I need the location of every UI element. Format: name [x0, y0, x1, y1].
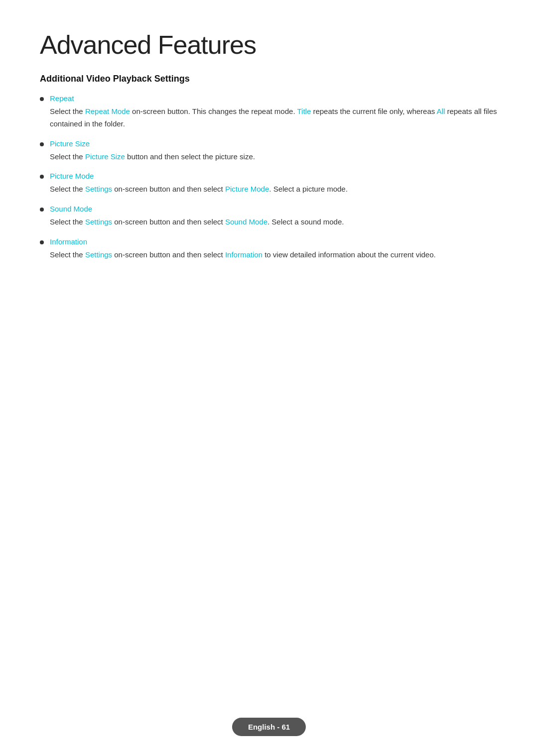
- bullet-item-header: Picture Mode: [40, 172, 498, 180]
- bullet-item: RepeatSelect the Repeat Mode on-screen b…: [40, 94, 498, 130]
- bullet-item: Picture ModeSelect the Settings on-scree…: [40, 172, 498, 196]
- bullet-term: Picture Mode: [50, 172, 94, 180]
- highlight-text: Settings: [85, 250, 112, 259]
- highlight-text: Settings: [85, 185, 112, 193]
- bullet-desc: Select the Settings on-screen button and…: [40, 216, 498, 228]
- bullet-item: Picture SizeSelect the Picture Size butt…: [40, 139, 498, 163]
- bullet-term: Sound Mode: [50, 205, 92, 213]
- highlight-text: Picture Size: [85, 152, 125, 161]
- highlight-text: Sound Mode: [225, 217, 268, 226]
- bullet-desc: Select the Repeat Mode on-screen button.…: [40, 106, 498, 130]
- highlight-text: Settings: [85, 217, 112, 226]
- bullet-item: Sound ModeSelect the Settings on-screen …: [40, 205, 498, 228]
- bullet-desc: Select the Picture Size button and then …: [40, 151, 498, 163]
- bullet-term: Repeat: [50, 94, 74, 103]
- bullet-item-header: Repeat: [40, 94, 498, 103]
- bullet-desc: Select the Settings on-screen button and…: [40, 249, 498, 261]
- bullet-dot: [40, 142, 44, 146]
- bullet-item-header: Picture Size: [40, 139, 498, 148]
- highlight-text: All: [437, 107, 445, 115]
- page-container: Advanced Features Additional Video Playb…: [0, 0, 538, 320]
- bullet-term: Information: [50, 237, 87, 246]
- bullet-item-header: Sound Mode: [40, 205, 498, 213]
- highlight-text: Title: [297, 107, 311, 115]
- bullet-term: Picture Size: [50, 139, 90, 148]
- bullet-dot: [40, 240, 44, 244]
- highlight-text: Repeat Mode: [85, 107, 130, 115]
- bullet-dot: [40, 208, 44, 212]
- highlight-text: Picture Mode: [225, 185, 269, 193]
- bullet-dot: [40, 97, 44, 101]
- highlight-text: Information: [225, 250, 263, 259]
- bullet-dot: [40, 175, 44, 179]
- footer-label: English - 61: [232, 718, 306, 736]
- page-title: Advanced Features: [40, 30, 498, 60]
- bullet-desc: Select the Settings on-screen button and…: [40, 183, 498, 196]
- bullet-item: InformationSelect the Settings on-screen…: [40, 237, 498, 261]
- bullet-list: RepeatSelect the Repeat Mode on-screen b…: [40, 94, 498, 261]
- section-title: Additional Video Playback Settings: [40, 74, 498, 84]
- bullet-item-header: Information: [40, 237, 498, 246]
